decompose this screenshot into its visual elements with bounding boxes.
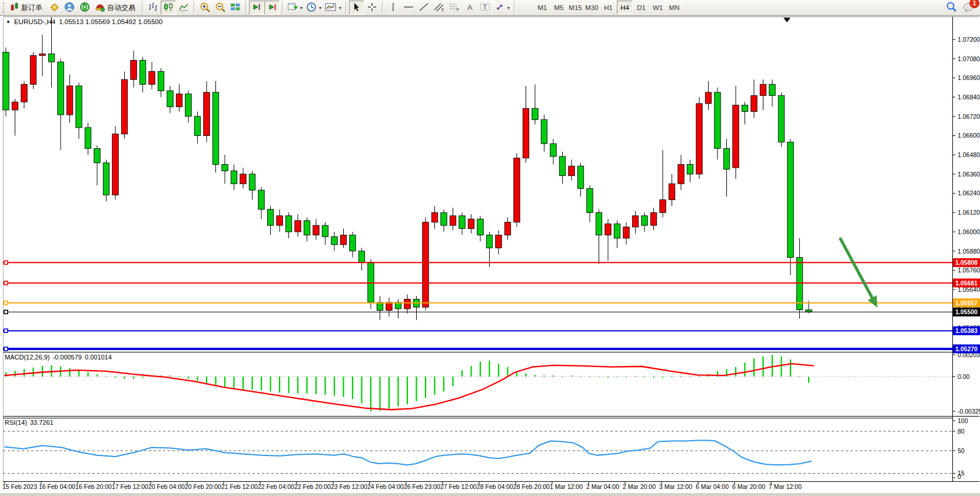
candle-body (559, 157, 565, 176)
timeframe-button-H4[interactable]: H4 (617, 1, 633, 14)
market-watch-icon (49, 2, 59, 14)
candle-body (76, 86, 82, 128)
auto-scroll-button[interactable] (264, 1, 280, 15)
bar-chart-button[interactable] (145, 1, 161, 15)
timeframe-button-M1[interactable]: M1 (534, 1, 550, 14)
macd-indicator-label: MACD(12,26,9) -0.000579 0.001014 (5, 354, 112, 361)
timeframe-button-M30[interactable]: M30 (584, 1, 600, 14)
candle-body (67, 86, 72, 115)
candle-body (358, 251, 364, 262)
market-watch-button[interactable] (46, 1, 62, 15)
trendline-button[interactable] (416, 1, 431, 15)
arrows-icon (494, 2, 505, 14)
time-axis-label: 26 Feb 23:00 (404, 483, 440, 490)
candle-body (48, 54, 54, 62)
horizontal-line-button[interactable] (401, 1, 416, 15)
macd-histogram-bar (215, 377, 216, 385)
candle-body (386, 302, 392, 311)
crosshair-icon (367, 2, 377, 14)
price-level-handle[interactable] (4, 261, 8, 264)
candle-body (322, 225, 328, 237)
periodicity-button[interactable]: ▾ (304, 1, 323, 15)
notifications-button[interactable]: 1 (961, 1, 976, 15)
candle-body (623, 227, 629, 238)
crosshair-button[interactable] (364, 1, 380, 15)
new-order-button[interactable]: 新订单 (8, 1, 46, 15)
candle-body (687, 165, 693, 174)
candle-body (723, 148, 729, 169)
toolbar-separator (514, 1, 515, 14)
price-level-handle[interactable] (4, 329, 8, 332)
candle-body (58, 62, 64, 115)
timeframe-button-W1[interactable]: W1 (650, 1, 666, 14)
autotrading-button[interactable]: 自动交易 (92, 1, 139, 15)
new-order-icon (11, 2, 19, 13)
price-axis-label: 1.05760 (958, 267, 980, 274)
price-level-handle[interactable] (4, 310, 8, 314)
candle-body (796, 258, 802, 310)
price-level-tag-label: 1.05681 (955, 279, 978, 287)
toolbar-grip[interactable] (3, 2, 6, 14)
timeframe-button-MN[interactable]: MN (666, 1, 682, 14)
arrows-button[interactable]: ▾ (493, 1, 511, 15)
price-level-handle[interactable] (4, 347, 8, 351)
zoom-out-button[interactable] (212, 1, 228, 15)
macd-histogram-bar (662, 377, 663, 378)
chevron-down-icon: ▾ (339, 5, 341, 11)
line-chart-button[interactable] (176, 1, 191, 15)
channel-button[interactable]: E (431, 1, 447, 15)
macd-histogram-bar (735, 367, 736, 377)
templates-button[interactable]: ▾ (323, 1, 343, 15)
new-chart-button[interactable]: ▾ (285, 1, 304, 15)
candle-body (204, 92, 210, 136)
text-label-button[interactable]: T (477, 1, 493, 15)
tile-windows-icon (230, 2, 241, 14)
candle-body (669, 184, 675, 199)
shift-end-button[interactable] (249, 1, 264, 15)
candle-body (632, 216, 638, 227)
macd-histogram-bar (370, 377, 371, 411)
navigator-button[interactable] (62, 1, 77, 15)
rsi-axis-label: 0 (958, 473, 961, 480)
cursor-button[interactable] (349, 1, 364, 15)
candle-body (431, 212, 437, 222)
search-button[interactable] (944, 1, 959, 15)
price-level-handle[interactable] (4, 281, 8, 285)
fibonacci-button[interactable]: F (447, 1, 462, 15)
macd-histogram-bar (580, 376, 581, 377)
timeframe-button-D1[interactable]: D1 (633, 1, 649, 14)
chart-symbol-period: EURUSD-,H4 (14, 18, 55, 25)
timeframe-button-H1[interactable]: H1 (600, 1, 616, 14)
channel-icon: E (433, 2, 445, 14)
candle-body (496, 235, 501, 248)
candle-body (340, 235, 346, 244)
candle-body (468, 219, 474, 228)
candle-body (587, 188, 593, 212)
candle-body (222, 165, 228, 171)
candle-body (94, 148, 100, 163)
tile-windows-button[interactable] (228, 1, 243, 15)
vertical-line-button[interactable] (386, 1, 401, 15)
candle-body (240, 174, 246, 184)
chart-canvas[interactable]: 1.072001.070801.069601.068401.067201.066… (0, 0, 980, 496)
candle-body (769, 84, 775, 95)
macd-histogram-bar (361, 377, 362, 403)
candlestick-chart-icon (163, 2, 174, 14)
text-button[interactable]: A (462, 1, 477, 15)
macd-histogram-bar (170, 375, 171, 377)
price-level-handle[interactable] (4, 301, 8, 305)
zoom-in-button[interactable] (197, 1, 212, 15)
time-axis-label: 27 Feb 12:00 (440, 483, 477, 490)
candle-body (569, 166, 574, 175)
timeframe-button-M5[interactable]: M5 (551, 1, 567, 14)
candlestick-chart-button[interactable] (161, 1, 176, 15)
svg-text:F: F (457, 8, 459, 12)
signals-button[interactable] (77, 1, 92, 15)
candle-body (295, 221, 301, 232)
macd-histogram-bar (78, 370, 79, 377)
macd-histogram-bar (671, 377, 672, 377)
macd-name: MACD(12,26,9) (5, 354, 49, 361)
templates-icon (325, 2, 337, 14)
macd-histogram-bar (352, 377, 353, 399)
timeframe-button-M15[interactable]: M15 (567, 1, 583, 14)
